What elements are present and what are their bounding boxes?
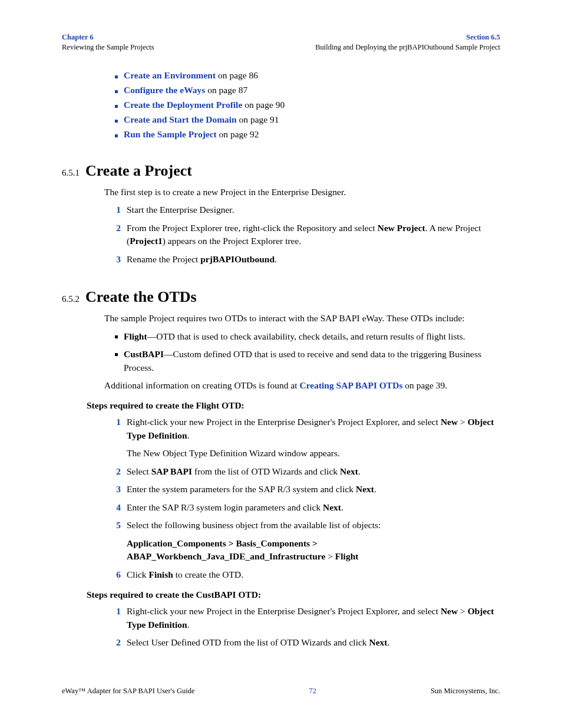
list-item: 2 From the Project Explorer tree, right-… <box>104 222 500 248</box>
list-number: 1 <box>104 203 127 216</box>
chapter-label: Chapter 6 <box>62 32 154 42</box>
list-text: Select SAP BAPI from the list of OTD Wiz… <box>127 465 500 478</box>
footer-right: Sun Microsystems, Inc. <box>431 687 500 696</box>
section-heading-652: 6.5.2 Create the OTDs <box>62 288 500 306</box>
toc-link-suffix: on page 90 <box>242 100 285 110</box>
list-item: 3 Enter the system parameters for the SA… <box>104 483 500 496</box>
list-text: Select the following business object fro… <box>127 519 500 532</box>
list-text: Enter the SAP R/3 system login parameter… <box>127 501 500 514</box>
page-footer: eWay™ Adapter for SAP BAPI User's Guide … <box>62 687 500 696</box>
list-number: 2 <box>104 636 127 649</box>
section-heading-651: 6.5.1 Create a Project <box>62 162 500 180</box>
toc-link[interactable]: Create the Deployment Profile <box>124 100 242 110</box>
object-path: Application_Components > Basis_Component… <box>127 537 500 564</box>
footer-left: eWay™ Adapter for SAP BAPI User's Guide <box>62 687 195 696</box>
bullet-icon <box>115 90 118 93</box>
bullet-icon <box>115 120 118 123</box>
note-text: The New Object Type Definition Wizard wi… <box>127 447 500 460</box>
toc-link-row: Create an Environment on page 86 <box>115 70 500 81</box>
list-item: 4 Enter the SAP R/3 system login paramet… <box>104 501 500 514</box>
toc-link-row: Run the Sample Project on page 92 <box>115 129 500 140</box>
list-number: 2 <box>104 465 127 478</box>
section-label: Section 6.5 <box>315 32 500 42</box>
toc-links: Create an Environment on page 86 Configu… <box>115 70 500 140</box>
section-title: Create a Project <box>85 162 192 180</box>
ordered-list: 1 Start the Enterprise Designer. 2 From … <box>104 203 500 266</box>
list-number: 4 <box>104 501 127 514</box>
toc-link-row: Create and Start the Domain on page 91 <box>115 114 500 125</box>
list-number: 1 <box>104 416 127 442</box>
list-text: From the Project Explorer tree, right-cl… <box>127 222 500 248</box>
list-item: 1 Start the Enterprise Designer. <box>104 203 500 216</box>
list-item: 6 Click Finish to create the OTD. <box>104 568 500 581</box>
list-text: Start the Enterprise Designer. <box>127 203 500 216</box>
list-item: 5 Select the following business object f… <box>104 519 500 532</box>
section-title: Create the OTDs <box>85 288 197 306</box>
bullet-icon <box>115 75 118 78</box>
section-subtitle: Building and Deploying the prjBAPIOutbou… <box>315 42 500 52</box>
list-item: 1 Right-click your new Project in the En… <box>104 605 500 631</box>
list-number: 3 <box>104 253 127 266</box>
bullet-icon <box>115 353 118 356</box>
steps-heading-custbapi: Steps required to create the CustBAPI OT… <box>87 589 500 600</box>
list-number: 1 <box>104 605 127 631</box>
list-number: 6 <box>104 568 127 581</box>
chapter-subtitle: Reviewing the Sample Projects <box>62 42 154 52</box>
toc-link-suffix: on page 92 <box>217 129 259 139</box>
toc-link[interactable]: Create and Start the Domain <box>124 114 237 124</box>
list-text: CustBAPI—Custom defined OTD that is used… <box>124 348 500 374</box>
cross-ref-link[interactable]: Creating SAP BAPI OTDs <box>299 380 402 390</box>
intro-text: The first step is to create a new Projec… <box>104 186 500 199</box>
toc-link-suffix: on page 86 <box>216 70 258 80</box>
bullet-icon <box>115 105 118 108</box>
section-number: 6.5.2 <box>62 294 80 304</box>
list-item: 3 Rename the Project prjBAPIOutbound. <box>104 253 500 266</box>
toc-link-row: Create the Deployment Profile on page 90 <box>115 100 500 110</box>
page: Chapter 6 Reviewing the Sample Projects … <box>0 0 562 728</box>
bullet-icon <box>115 335 118 338</box>
header-left: Chapter 6 Reviewing the Sample Projects <box>62 32 154 52</box>
toc-link[interactable]: Create an Environment <box>124 70 216 80</box>
list-text: Right-click your new Project in the Ente… <box>127 416 500 442</box>
ordered-list: 1 Right-click your new Project in the En… <box>104 416 500 442</box>
list-number: 3 <box>104 483 127 496</box>
list-text: Rename the Project prjBAPIOutbound. <box>127 253 500 266</box>
toc-link-suffix: on page 87 <box>205 85 247 95</box>
toc-link[interactable]: Configure the eWays <box>124 85 205 95</box>
intro-text: The sample Project requires two OTDs to … <box>104 312 500 325</box>
ordered-list: 2 Select SAP BAPI from the list of OTD W… <box>104 465 500 532</box>
list-item: 2 Select SAP BAPI from the list of OTD W… <box>104 465 500 478</box>
list-text: Flight—OTD that is used to check availab… <box>124 330 500 343</box>
section-number: 6.5.1 <box>62 168 80 178</box>
toc-link-suffix: on page 91 <box>237 114 279 124</box>
list-text: Enter the system parameters for the SAP … <box>127 483 500 496</box>
list-text: Select User Defined OTD from the list of… <box>127 636 500 649</box>
page-number: 72 <box>309 687 316 696</box>
steps-heading-flight: Steps required to create the Flight OTD: <box>87 400 500 411</box>
list-text: Right-click your new Project in the Ente… <box>127 605 500 631</box>
list-number: 5 <box>104 519 127 532</box>
additional-info: Additional information on creating OTDs … <box>104 379 500 392</box>
list-item: Flight—OTD that is used to check availab… <box>115 330 500 343</box>
header-right: Section 6.5 Building and Deploying the p… <box>315 32 500 52</box>
list-item: CustBAPI—Custom defined OTD that is used… <box>115 348 500 374</box>
bullet-list: Flight—OTD that is used to check availab… <box>115 330 500 374</box>
list-number: 2 <box>104 222 127 248</box>
list-item: 2 Select User Defined OTD from the list … <box>104 636 500 649</box>
bullet-icon <box>115 134 118 137</box>
list-text: Click Finish to create the OTD. <box>127 568 500 581</box>
toc-link[interactable]: Run the Sample Project <box>124 129 217 139</box>
ordered-list: 6 Click Finish to create the OTD. <box>104 568 500 581</box>
ordered-list: 1 Right-click your new Project in the En… <box>104 605 500 649</box>
list-item: 1 Right-click your new Project in the En… <box>104 416 500 442</box>
page-header: Chapter 6 Reviewing the Sample Projects … <box>62 32 500 52</box>
toc-link-row: Configure the eWays on page 87 <box>115 85 500 95</box>
